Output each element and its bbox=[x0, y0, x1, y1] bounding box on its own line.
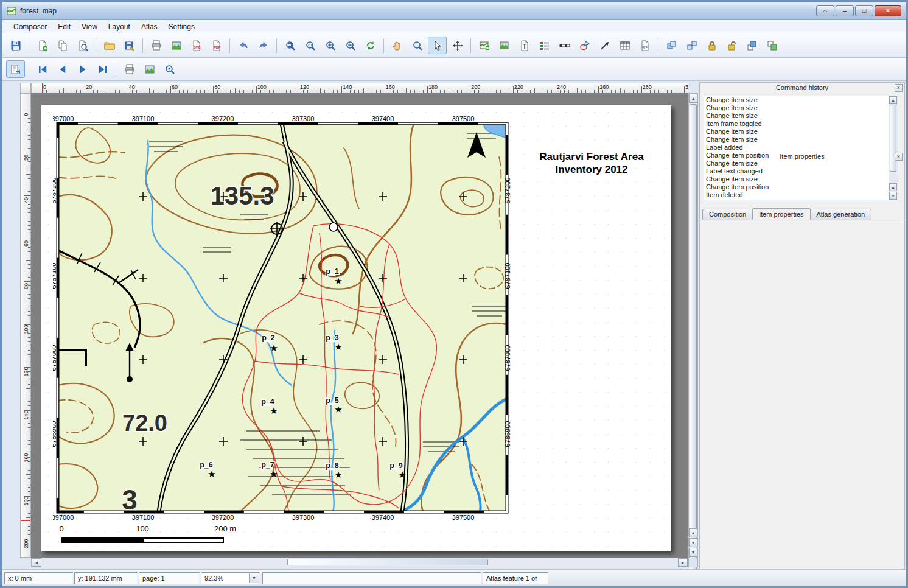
history-item[interactable]: Change item size bbox=[704, 104, 889, 112]
history-item[interactable]: Change item position bbox=[704, 183, 889, 191]
add-html-button[interactable]: </> bbox=[635, 37, 654, 54]
scroll-up-icon[interactable]: ▲ bbox=[689, 94, 697, 103]
ruler-tick bbox=[431, 90, 432, 93]
first-feature-button[interactable] bbox=[33, 60, 52, 78]
tab-item-properties[interactable]: Item properties bbox=[752, 208, 810, 220]
lower-items-button[interactable] bbox=[763, 37, 781, 54]
last-feature-button[interactable] bbox=[93, 60, 112, 78]
refresh-view-button[interactable] bbox=[361, 37, 380, 54]
atlas-preview-button[interactable] bbox=[6, 60, 25, 78]
menu-atlas[interactable]: Atlas bbox=[136, 21, 163, 32]
ruler-tick bbox=[179, 90, 180, 93]
add-scalebar-button[interactable] bbox=[555, 37, 574, 54]
print-atlas-button[interactable] bbox=[120, 60, 139, 78]
scalebar-item[interactable]: 0 100 200 m bbox=[47, 524, 279, 550]
scroll-thumb[interactable] bbox=[690, 104, 697, 588]
menu-settings[interactable]: Settings bbox=[163, 21, 200, 32]
new-composition-button[interactable] bbox=[33, 37, 52, 54]
window-arrows-button[interactable]: ⇔ bbox=[816, 5, 834, 16]
composer-page[interactable]: ★ p_1 ★ p_2 ★ p_3 ★ p_4 ★ p_5 ★ p_6 ★ p_… bbox=[41, 105, 671, 551]
scroll-right-icon[interactable]: ► bbox=[678, 558, 688, 567]
scroll-thumb[interactable] bbox=[287, 559, 488, 565]
zoom-full-button[interactable] bbox=[281, 37, 299, 54]
close-icon[interactable]: × bbox=[895, 153, 903, 161]
menu-edit[interactable]: Edit bbox=[52, 21, 76, 32]
select-move-item-button[interactable] bbox=[428, 37, 447, 54]
lock-items-button[interactable] bbox=[702, 37, 721, 54]
history-scrollbar[interactable]: ▲ ▲ ▼ bbox=[889, 96, 898, 200]
add-map-button[interactable] bbox=[475, 37, 494, 54]
minimize-button[interactable]: – bbox=[836, 5, 854, 16]
add-shape-button[interactable] bbox=[575, 37, 594, 54]
add-arrow-button[interactable] bbox=[595, 37, 614, 54]
add-image-button[interactable] bbox=[495, 37, 514, 54]
redo-button[interactable] bbox=[254, 37, 273, 54]
ruler-tick bbox=[28, 251, 30, 252]
menu-view[interactable]: View bbox=[76, 21, 103, 32]
vertical-scrollbar[interactable]: ▲ ▲ ▼ ▼ bbox=[688, 93, 698, 558]
close-icon[interactable]: × bbox=[895, 84, 903, 92]
tab-composition[interactable]: Composition bbox=[702, 209, 753, 220]
history-item[interactable]: Label added bbox=[704, 144, 889, 152]
previous-feature-button[interactable] bbox=[53, 60, 72, 78]
add-legend-button[interactable] bbox=[535, 37, 554, 54]
history-item[interactable]: Label text changed bbox=[704, 167, 889, 175]
save-as-template-button[interactable] bbox=[120, 37, 139, 54]
undo-button[interactable] bbox=[234, 37, 253, 54]
add-label-button[interactable]: T bbox=[515, 37, 534, 54]
history-item[interactable]: Change item size bbox=[704, 128, 889, 136]
scroll-up-icon[interactable]: ▲ bbox=[889, 183, 897, 191]
scroll-down-icon[interactable]: ▼ bbox=[689, 548, 697, 557]
dropdown-arrow-icon[interactable]: ▼ bbox=[249, 573, 259, 583]
save-project-button[interactable] bbox=[6, 37, 25, 54]
load-template-button[interactable] bbox=[100, 37, 119, 54]
map-title-label[interactable]: Rautjarvi Forest Area Inventory 2012 bbox=[500, 150, 683, 176]
add-attribute-table-button[interactable] bbox=[615, 37, 634, 54]
ruler-tick bbox=[239, 90, 240, 93]
group-items-button[interactable] bbox=[662, 37, 681, 54]
scroll-left-icon[interactable]: ◄ bbox=[32, 558, 41, 567]
scroll-down-icon[interactable]: ▼ bbox=[889, 192, 897, 200]
toolbar-separator bbox=[383, 38, 384, 53]
export-pdf-button[interactable]: PDF bbox=[207, 37, 226, 54]
toolbar-separator bbox=[96, 38, 96, 53]
ruler-tick bbox=[341, 86, 342, 93]
history-item[interactable]: Change item size bbox=[704, 112, 889, 120]
tab-atlas-generation[interactable]: Atlas generation bbox=[810, 209, 872, 220]
composer-canvas[interactable]: ★ p_1 ★ p_2 ★ p_3 ★ p_4 ★ p_5 ★ p_6 ★ p_… bbox=[31, 93, 688, 558]
zoom-out-button[interactable] bbox=[341, 37, 360, 54]
next-feature-button[interactable] bbox=[73, 60, 92, 78]
horizontal-scrollbar[interactable]: ◄ ► bbox=[31, 558, 688, 567]
history-item[interactable]: Item frame toggled bbox=[704, 120, 889, 128]
close-button[interactable]: × bbox=[875, 5, 901, 16]
zoom-in-button[interactable] bbox=[321, 37, 340, 54]
export-atlas-button[interactable] bbox=[140, 60, 159, 78]
maximize-button[interactable]: □ bbox=[855, 5, 873, 16]
unlock-items-button[interactable] bbox=[722, 37, 741, 54]
history-item[interactable]: Item deleted bbox=[704, 191, 889, 199]
atlas-settings-button[interactable] bbox=[160, 60, 179, 78]
ungroup-items-button[interactable] bbox=[682, 37, 701, 54]
zoom-combo[interactable]: 92.3% ▼ bbox=[201, 572, 260, 584]
scroll-up-icon[interactable]: ▲ bbox=[889, 96, 897, 104]
history-item[interactable]: Change item size bbox=[704, 96, 889, 104]
ruler-tick bbox=[530, 90, 531, 93]
export-image-button[interactable] bbox=[167, 37, 186, 54]
zoom-actual-button[interactable]: 1:1 bbox=[301, 37, 320, 54]
duplicate-composition-button[interactable] bbox=[53, 37, 72, 54]
history-item[interactable]: Change item size bbox=[704, 136, 889, 144]
zoom-tool-button[interactable] bbox=[408, 37, 427, 54]
menu-layout[interactable]: Layout bbox=[103, 21, 136, 32]
history-item[interactable]: Change item size bbox=[704, 175, 889, 183]
map-item[interactable]: ★ p_1 ★ p_2 ★ p_3 ★ p_4 ★ p_5 ★ p_6 ★ p_… bbox=[53, 115, 513, 523]
export-svg-button[interactable]: SVG bbox=[187, 37, 206, 54]
move-item-content-button[interactable] bbox=[448, 37, 467, 54]
pan-button[interactable] bbox=[388, 37, 407, 54]
menu-composer[interactable]: Composer bbox=[8, 21, 52, 32]
print-button[interactable] bbox=[147, 37, 166, 54]
composition-manager-button[interactable] bbox=[73, 37, 92, 54]
scroll-up-icon[interactable]: ▲ bbox=[689, 528, 697, 537]
scroll-down-icon[interactable]: ▼ bbox=[689, 538, 697, 547]
ruler-tick bbox=[28, 530, 30, 531]
raise-items-button[interactable] bbox=[742, 37, 761, 54]
